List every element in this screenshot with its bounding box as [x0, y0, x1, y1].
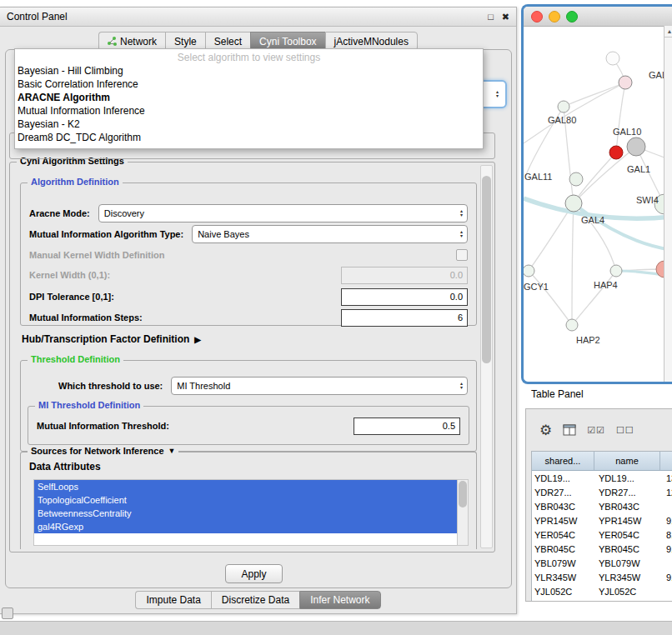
combo-value: Naive Bayes	[198, 229, 459, 239]
list-item[interactable]: gal4RGexp	[34, 520, 457, 533]
dropdown-item-selected[interactable]: ARACNE Algorithm	[15, 91, 483, 104]
close-traffic-light[interactable]	[531, 11, 543, 22]
dropdown-item[interactable]: Bayesian - Hill Climbing	[15, 64, 483, 78]
cell: YJL052C	[532, 587, 596, 597]
sources-toggle[interactable]: Sources for Network Inference ▼	[28, 446, 178, 456]
tab-infer-network[interactable]: Infer Network	[299, 591, 380, 609]
scrollbar-thumb[interactable]	[459, 481, 467, 508]
table-row[interactable]: YLR345W YLR345W 9.	[532, 570, 672, 584]
dpi-tolerance-field[interactable]: 0.0	[341, 288, 468, 306]
select-all-checks-icon[interactable]: ☑☑	[587, 425, 605, 436]
tab-discretize-data[interactable]: Discretize Data	[211, 591, 299, 609]
data-attributes-list: SelfLoops TopologicalCoefficient Between…	[33, 479, 458, 546]
node-gal10[interactable]	[627, 138, 645, 156]
dpi-tolerance-label: DPI Tolerance [0,1]:	[29, 292, 114, 302]
hub-tf-definition-toggle[interactable]: Hub/Transcription Factor Definition ▶	[22, 333, 201, 345]
which-threshold-combo[interactable]: MI Threshold ▴ ▾	[171, 377, 468, 395]
manual-kernel-label: Manual Kernel Width Definition	[29, 250, 164, 260]
combo-down-icon: ▾	[460, 234, 463, 238]
dropdown-item[interactable]: Dream8 DC_TDC Algorithm	[15, 131, 483, 144]
tab-label: Select	[214, 36, 242, 48]
combo-arrows-icon: ▴ ▾	[459, 209, 464, 218]
collapse-arrow-icon: ▼	[168, 447, 176, 455]
network-canvas[interactable]: GAL GAL80 GAL10 GAL11 GAL1 SWI4 GAL4 GCY…	[524, 27, 672, 378]
table-row[interactable]: YDL19... YDL19... 13	[532, 471, 672, 485]
gear-icon[interactable]: ⚙	[539, 422, 552, 439]
tab-label: Cyni Toolbox	[259, 36, 316, 48]
cell: YDL19...	[596, 473, 664, 483]
network-view-window: GAL GAL80 GAL10 GAL11 GAL1 SWI4 GAL4 GCY…	[521, 4, 672, 384]
network-vertical-scrollbar[interactable]: ▲	[664, 26, 672, 382]
group-title: Threshold Definition	[28, 354, 123, 364]
manual-kernel-checkbox[interactable]	[456, 249, 468, 261]
node[interactable]	[558, 101, 569, 112]
table-row[interactable]: YPR145W YPR145W 9.	[532, 513, 672, 528]
which-threshold-row: Which threshold to use: MI Threshold ▴ ▾	[58, 378, 468, 394]
table-header-row: shared... name	[532, 452, 672, 471]
node-label: SWI4	[636, 195, 659, 205]
node-label: HAP2	[576, 335, 600, 345]
node[interactable]	[569, 172, 583, 186]
scrollbar-thumb[interactable]	[482, 176, 491, 363]
aracne-mode-combo[interactable]: Discovery ▴ ▾	[98, 204, 468, 222]
table-panel-window: ⚙ ☑☑ ☐☐ shared... name YDL19... YDL19...…	[525, 408, 672, 602]
node-label: GAL10	[613, 127, 641, 137]
mi-steps-field[interactable]: 6	[341, 309, 468, 327]
table-row[interactable]: YER054C YER054C 8.	[532, 528, 672, 542]
scroll-up-icon[interactable]: ▲	[664, 26, 672, 38]
table-row[interactable]: YBR043C YBR043C	[532, 499, 672, 513]
node-hap4[interactable]	[610, 265, 622, 277]
node[interactable]	[619, 76, 632, 89]
mi-type-label: Mutual Information Algorithm Type:	[29, 229, 183, 239]
network-icon	[108, 37, 117, 46]
cell: YBL079W	[596, 558, 664, 568]
list-item[interactable]: TopologicalCoefficient	[34, 493, 457, 507]
dpi-tolerance-row: DPI Tolerance [0,1]: 0.0	[29, 288, 468, 305]
column-header[interactable]: name	[594, 452, 660, 470]
columns-icon[interactable]	[563, 424, 576, 436]
network-window-titlebar[interactable]	[524, 7, 672, 27]
dropdown-item[interactable]: Basic Correlation Inference	[15, 78, 483, 91]
deselect-all-checks-icon[interactable]: ☐☐	[616, 425, 634, 436]
cell: 9.	[664, 544, 672, 554]
tab-label: Style	[174, 36, 197, 48]
group-title: MI Threshold Definition	[35, 400, 143, 410]
node-gal4[interactable]	[565, 195, 582, 212]
column-header[interactable]	[660, 452, 672, 470]
list-item[interactable]: SelfLoops	[34, 480, 457, 493]
kernel-width-field[interactable]: 0.0	[341, 267, 468, 284]
table-row[interactable]: YJL052C YJL052C	[532, 584, 672, 598]
list-item[interactable]: BetweennessCentrality	[34, 507, 457, 520]
control-panel-titlebar[interactable]: Control Panel □ ✖	[0, 8, 516, 27]
collapsed-panel-icon[interactable]	[2, 608, 13, 619]
close-icon[interactable]: ✖	[502, 12, 509, 22]
table-row[interactable]: YDR27... YDR27... 12	[532, 485, 672, 499]
node-hap2[interactable]	[566, 319, 578, 331]
attributes-scrollbar[interactable]	[457, 479, 469, 546]
combo-value: MI Threshold	[177, 381, 459, 391]
table-row[interactable]: YBR045C YBR045C 9.	[532, 542, 672, 556]
algorithm-definition-group: Algorithm Definition Aracne Mode: Discov…	[20, 182, 477, 326]
dropdown-item[interactable]: Bayesian - K2	[15, 118, 483, 131]
minimize-traffic-light[interactable]	[549, 11, 560, 22]
tab-impute-data[interactable]: Impute Data	[135, 591, 210, 609]
settings-scrollbar[interactable]	[480, 165, 493, 548]
mi-type-combo[interactable]: Naive Bayes ▴ ▾	[192, 225, 468, 243]
tab-label: jActiveMNodules	[334, 36, 409, 48]
node[interactable]	[606, 52, 619, 65]
zoom-traffic-light[interactable]	[566, 11, 578, 22]
algorithm-dropdown-popup: Select algorithm to view settings Bayesi…	[14, 48, 484, 149]
node-gcy1[interactable]	[524, 265, 534, 277]
table-row[interactable]: YBL079W YBL079W	[532, 556, 672, 570]
mi-threshold-field[interactable]: 0.5	[354, 418, 460, 435]
dropdown-item[interactable]: Mutual Information Inference	[15, 104, 483, 118]
cell: YDR27...	[532, 488, 596, 498]
apply-button[interactable]: Apply	[225, 564, 283, 583]
network-highlight-edges	[524, 198, 672, 277]
cell: YBR043C	[596, 502, 664, 512]
column-header[interactable]: shared...	[532, 452, 594, 470]
float-window-icon[interactable]: □	[488, 12, 494, 22]
node-label: GAL11	[524, 172, 552, 182]
node-gal1-selected[interactable]	[609, 146, 623, 159]
combo-arrows-icon: ▴ ▾	[459, 230, 464, 238]
